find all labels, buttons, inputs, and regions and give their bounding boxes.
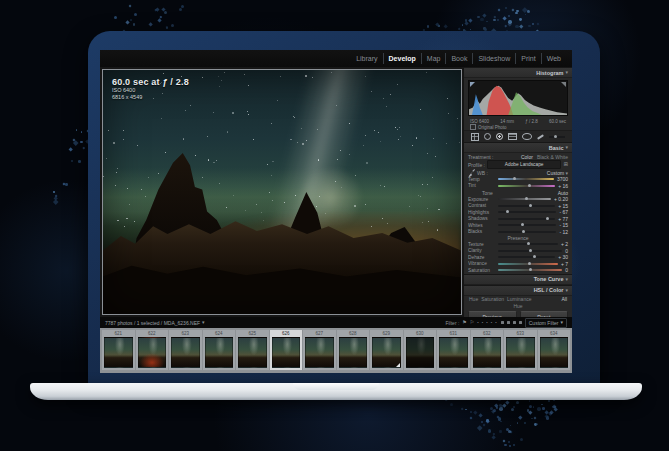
histogram-graph xyxy=(469,81,567,115)
laptop-notch xyxy=(293,383,379,390)
histogram-title: Histogram xyxy=(536,70,563,76)
slider-track[interactable] xyxy=(498,231,556,233)
decor-dot xyxy=(443,24,448,29)
decor-dot xyxy=(502,440,505,443)
decor-dot xyxy=(470,29,472,31)
histogram-panel-header[interactable]: Histogram ▾ xyxy=(464,67,572,78)
slider-value: - 15 xyxy=(559,222,568,228)
filmstrip-status[interactable]: 7787 photos / 1 selected / MDA_6236.NEF … xyxy=(105,320,205,326)
filmstrip-frame[interactable]: 625 xyxy=(236,330,269,370)
color-label-chip[interactable] xyxy=(513,321,516,324)
auto-button[interactable]: Auto xyxy=(558,190,568,196)
decor-dot xyxy=(130,19,132,21)
slider-track[interactable] xyxy=(498,256,555,258)
module-book[interactable]: Book xyxy=(445,53,472,64)
hsl-panel-header[interactable]: HSL / Color ▾ xyxy=(464,285,572,296)
basic-panel-header[interactable]: Basic ▾ xyxy=(464,142,572,153)
slider-track[interactable] xyxy=(498,178,554,180)
filmstrip-header: 7787 photos / 1 selected / MDA_6236.NEF … xyxy=(100,317,572,328)
decor-dot xyxy=(505,25,507,27)
develop-right-panel: Histogram ▾ ISO 6400 xyxy=(463,67,572,317)
flag-unpick-icon[interactable]: ⚐ xyxy=(470,320,474,325)
slider-track[interactable] xyxy=(498,263,558,265)
wb-eyedropper-icon[interactable] xyxy=(468,168,475,177)
histogram[interactable] xyxy=(468,80,568,116)
module-develop[interactable]: Develop xyxy=(383,53,421,64)
filmstrip-frame[interactable]: 628 xyxy=(337,330,370,370)
slider-track[interactable] xyxy=(498,211,556,213)
slider-track[interactable] xyxy=(498,224,556,226)
slider-label: Exposure xyxy=(468,197,495,202)
hsl-tab-hue[interactable]: Hue xyxy=(469,296,478,302)
wb-value-dropdown[interactable]: Custom ▾ xyxy=(547,170,568,176)
crop-tool-icon[interactable] xyxy=(471,133,479,141)
color-label-chip[interactable] xyxy=(501,321,504,324)
slider-track[interactable] xyxy=(498,243,558,245)
decor-dot xyxy=(134,13,137,16)
treatment-bw-option[interactable]: Black & White xyxy=(537,154,568,160)
filmstrip-status-text: 7787 photos / 1 selected / MDA_6236.NEF xyxy=(105,320,200,326)
filmstrip-frame[interactable]: 622 xyxy=(136,330,169,370)
stat-shutter: 60.0 sec xyxy=(549,119,566,124)
vignette xyxy=(103,70,461,314)
filmstrip-frame[interactable]: 634 xyxy=(538,330,571,370)
slider-label: Clarity xyxy=(468,248,495,253)
slider-track[interactable] xyxy=(498,198,551,200)
slider-track[interactable] xyxy=(498,205,555,207)
decor-dot xyxy=(80,141,82,143)
treatment-color-option[interactable]: Color xyxy=(521,154,533,160)
filmstrip-frame[interactable]: 633 xyxy=(504,330,537,370)
custom-filter-dropdown[interactable]: Custom Filter ▾ xyxy=(525,318,567,328)
hsl-tab-all[interactable]: All xyxy=(561,296,567,302)
photo-canvas[interactable]: 60.0 sec at ƒ / 2.8 ISO 6400 6816 x 4549 xyxy=(102,69,462,315)
iso-text: ISO 6400 xyxy=(112,87,189,94)
decor-dot xyxy=(533,406,535,408)
decor-dot xyxy=(486,21,488,23)
decor-dot xyxy=(515,12,518,15)
module-library[interactable]: Library xyxy=(351,53,382,64)
filmstrip-frame[interactable]: 632 xyxy=(471,330,504,370)
slider-track[interactable] xyxy=(498,185,555,187)
wb-value: Custom xyxy=(547,170,564,176)
red-eye-tool-icon[interactable] xyxy=(496,133,503,140)
color-label-chip[interactable] xyxy=(519,321,522,324)
filmstrip-frame[interactable]: 623 xyxy=(169,330,202,370)
slider-track[interactable] xyxy=(498,269,562,271)
profile-browser-icon[interactable]: ⊞ xyxy=(563,162,568,167)
decor-dot xyxy=(513,444,515,446)
frame-number: 621 xyxy=(102,330,135,337)
module-print[interactable]: Print xyxy=(515,53,540,64)
slider-value: + 2 xyxy=(561,241,568,247)
filmstrip-frame[interactable]: 629 xyxy=(370,330,403,370)
module-slideshow[interactable]: Slideshow xyxy=(472,53,515,64)
adjustment-brush-icon[interactable] xyxy=(537,134,544,139)
treatment-row: Treatment : Color Black & White xyxy=(464,153,572,160)
flag-pick-icon[interactable]: ⚑ xyxy=(462,320,466,325)
filmstrip-frame[interactable]: 624 xyxy=(203,330,236,370)
filmstrip-frame-selected[interactable]: 626 xyxy=(270,330,303,370)
slider-label: Texture xyxy=(468,242,495,247)
hsl-tab-luminance[interactable]: Luminance xyxy=(507,296,531,302)
tone-curve-panel-header[interactable]: Tone Curve ▾ xyxy=(464,274,572,285)
module-picker: Library Develop Map Book Slideshow Print… xyxy=(100,50,572,67)
color-label-chip[interactable] xyxy=(507,321,510,324)
slider-track[interactable] xyxy=(498,218,555,220)
module-map[interactable]: Map xyxy=(421,53,446,64)
tool-slider[interactable] xyxy=(549,136,565,138)
radial-filter-icon[interactable] xyxy=(522,133,532,140)
graduated-filter-icon[interactable] xyxy=(508,133,517,140)
filmstrip-frame[interactable]: 627 xyxy=(303,330,336,370)
frame-number: 627 xyxy=(303,330,336,337)
hsl-tab-saturation[interactable]: Saturation xyxy=(481,296,504,302)
decor-dot xyxy=(78,160,81,163)
spot-removal-icon[interactable] xyxy=(484,133,491,140)
decor-dot xyxy=(500,421,502,423)
filmstrip-frame[interactable]: 631 xyxy=(437,330,470,370)
module-web[interactable]: Web xyxy=(541,53,566,64)
slider-track[interactable] xyxy=(498,250,562,252)
filmstrip-frame[interactable]: 621 xyxy=(102,330,135,370)
profile-dropdown[interactable]: Adobe Landscape xyxy=(487,160,561,169)
filmstrip-frame[interactable]: 630 xyxy=(404,330,437,370)
star-rating-filter[interactable]: • • • • • xyxy=(477,321,497,325)
decor-dot xyxy=(68,147,73,152)
